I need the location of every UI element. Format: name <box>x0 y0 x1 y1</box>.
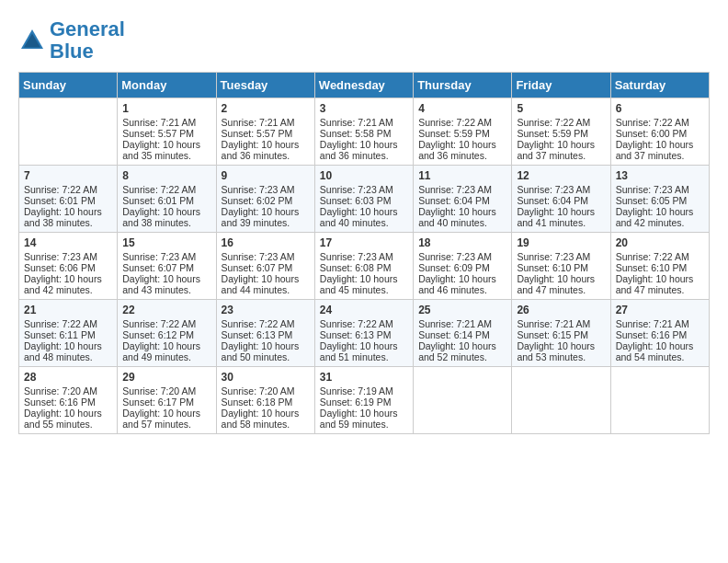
daylight-text: Daylight: 10 hours and 52 minutes. <box>418 340 496 362</box>
day-number: 13 <box>616 169 704 182</box>
daylight-text: Daylight: 10 hours and 42 minutes. <box>24 273 102 295</box>
daylight-text: Daylight: 10 hours and 36 minutes. <box>320 139 398 161</box>
day-of-week-header: Saturday <box>610 73 709 98</box>
calendar-cell: 3Sunrise: 7:21 AMSunset: 5:58 PMDaylight… <box>314 98 413 166</box>
day-number: 26 <box>517 304 605 316</box>
calendar-cell <box>512 367 610 434</box>
sunset-text: Sunset: 6:07 PM <box>222 262 293 273</box>
day-number: 23 <box>222 304 310 316</box>
sunrise-text: Sunrise: 7:23 AM <box>418 251 492 262</box>
sunset-text: Sunset: 6:19 PM <box>320 396 392 408</box>
daylight-text: Daylight: 10 hours and 42 minutes. <box>616 206 694 228</box>
daylight-text: Daylight: 10 hours and 36 minutes. <box>418 139 496 161</box>
sunset-text: Sunset: 6:01 PM <box>24 195 96 206</box>
day-number: 29 <box>122 371 210 384</box>
sunrise-text: Sunrise: 7:22 AM <box>122 184 196 195</box>
day-of-week-header: Friday <box>512 73 610 98</box>
calendar-week-row: 28Sunrise: 7:20 AMSunset: 6:16 PMDayligh… <box>19 367 710 434</box>
day-number: 4 <box>418 102 506 115</box>
sunset-text: Sunset: 5:57 PM <box>122 128 194 139</box>
calendar-cell: 31Sunrise: 7:19 AMSunset: 6:19 PMDayligh… <box>314 367 413 434</box>
calendar-cell: 30Sunrise: 7:20 AMSunset: 6:18 PMDayligh… <box>216 367 314 434</box>
day-number: 11 <box>418 169 506 182</box>
sunrise-text: Sunrise: 7:23 AM <box>320 251 393 262</box>
calendar-cell: 7Sunrise: 7:22 AMSunset: 6:01 PMDaylight… <box>19 166 118 233</box>
day-of-week-header: Thursday <box>414 73 512 98</box>
sunrise-text: Sunrise: 7:19 AM <box>320 385 393 396</box>
sunset-text: Sunset: 6:13 PM <box>222 329 293 340</box>
sunrise-text: Sunrise: 7:22 AM <box>222 318 295 329</box>
sunrise-text: Sunrise: 7:22 AM <box>616 117 689 128</box>
daylight-text: Daylight: 10 hours and 54 minutes. <box>616 340 694 362</box>
daylight-text: Daylight: 10 hours and 37 minutes. <box>616 139 694 161</box>
calendar-week-row: 21Sunrise: 7:22 AMSunset: 6:11 PMDayligh… <box>19 300 710 367</box>
calendar-cell: 28Sunrise: 7:20 AMSunset: 6:16 PMDayligh… <box>19 367 118 434</box>
calendar-cell: 18Sunrise: 7:23 AMSunset: 6:09 PMDayligh… <box>414 233 512 300</box>
calendar-cell: 24Sunrise: 7:22 AMSunset: 6:13 PMDayligh… <box>314 300 413 367</box>
sunrise-text: Sunrise: 7:23 AM <box>616 184 689 195</box>
daylight-text: Daylight: 10 hours and 55 minutes. <box>24 408 102 430</box>
sunrise-text: Sunrise: 7:22 AM <box>616 251 689 262</box>
calendar-week-row: 14Sunrise: 7:23 AMSunset: 6:06 PMDayligh… <box>19 233 710 300</box>
day-of-week-header: Wednesday <box>314 73 413 98</box>
day-number: 20 <box>616 236 704 249</box>
calendar-cell <box>414 367 512 434</box>
day-number: 5 <box>517 102 605 115</box>
sunset-text: Sunset: 6:16 PM <box>24 396 96 408</box>
day-number: 9 <box>222 169 310 182</box>
sunset-text: Sunset: 6:11 PM <box>24 329 96 340</box>
daylight-text: Daylight: 10 hours and 44 minutes. <box>222 273 300 295</box>
daylight-text: Daylight: 10 hours and 45 minutes. <box>320 273 398 295</box>
logo-icon <box>18 27 46 54</box>
sunset-text: Sunset: 6:17 PM <box>122 396 194 408</box>
sunrise-text: Sunrise: 7:20 AM <box>24 385 97 396</box>
day-number: 21 <box>24 304 112 316</box>
day-number: 2 <box>222 102 310 115</box>
calendar-cell: 8Sunrise: 7:22 AMSunset: 6:01 PMDaylight… <box>118 166 216 233</box>
calendar-cell: 19Sunrise: 7:23 AMSunset: 6:10 PMDayligh… <box>512 233 610 300</box>
sunset-text: Sunset: 6:10 PM <box>616 262 688 273</box>
sunrise-text: Sunrise: 7:23 AM <box>517 251 590 262</box>
logo-text: General Blue <box>50 18 125 63</box>
day-of-week-header: Sunday <box>19 73 118 98</box>
day-number: 3 <box>320 102 408 115</box>
sunrise-text: Sunrise: 7:21 AM <box>222 117 295 128</box>
sunset-text: Sunset: 5:58 PM <box>320 128 392 139</box>
calendar-cell: 6Sunrise: 7:22 AMSunset: 6:00 PMDaylight… <box>610 98 709 166</box>
calendar-cell: 11Sunrise: 7:23 AMSunset: 6:04 PMDayligh… <box>414 166 512 233</box>
calendar-cell: 27Sunrise: 7:21 AMSunset: 6:16 PMDayligh… <box>610 300 709 367</box>
calendar-cell: 29Sunrise: 7:20 AMSunset: 6:17 PMDayligh… <box>118 367 216 434</box>
calendar-cell: 5Sunrise: 7:22 AMSunset: 5:59 PMDaylight… <box>512 98 610 166</box>
day-of-week-header: Monday <box>118 73 216 98</box>
sunset-text: Sunset: 6:03 PM <box>320 195 392 206</box>
day-number: 14 <box>24 236 112 249</box>
sunrise-text: Sunrise: 7:22 AM <box>24 318 97 329</box>
daylight-text: Daylight: 10 hours and 35 minutes. <box>122 139 200 161</box>
sunrise-text: Sunrise: 7:21 AM <box>122 117 196 128</box>
daylight-text: Daylight: 10 hours and 38 minutes. <box>24 206 102 228</box>
sunrise-text: Sunrise: 7:20 AM <box>122 385 196 396</box>
daylight-text: Daylight: 10 hours and 53 minutes. <box>517 340 595 362</box>
calendar-cell: 17Sunrise: 7:23 AMSunset: 6:08 PMDayligh… <box>314 233 413 300</box>
sunrise-text: Sunrise: 7:21 AM <box>418 318 492 329</box>
day-number: 27 <box>616 304 704 316</box>
sunset-text: Sunset: 6:01 PM <box>122 195 194 206</box>
calendar-cell: 26Sunrise: 7:21 AMSunset: 6:15 PMDayligh… <box>512 300 610 367</box>
calendar-cell: 1Sunrise: 7:21 AMSunset: 5:57 PMDaylight… <box>118 98 216 166</box>
calendar-cell: 15Sunrise: 7:23 AMSunset: 6:07 PMDayligh… <box>118 233 216 300</box>
calendar-body: 1Sunrise: 7:21 AMSunset: 5:57 PMDaylight… <box>19 98 710 434</box>
calendar-cell: 13Sunrise: 7:23 AMSunset: 6:05 PMDayligh… <box>610 166 709 233</box>
day-number: 28 <box>24 371 112 384</box>
daylight-text: Daylight: 10 hours and 51 minutes. <box>320 340 398 362</box>
sunrise-text: Sunrise: 7:20 AM <box>222 385 295 396</box>
daylight-text: Daylight: 10 hours and 40 minutes. <box>418 206 496 228</box>
sunrise-text: Sunrise: 7:21 AM <box>320 117 393 128</box>
logo: General Blue <box>18 18 125 63</box>
daylight-text: Daylight: 10 hours and 39 minutes. <box>222 206 300 228</box>
calendar-cell: 21Sunrise: 7:22 AMSunset: 6:11 PMDayligh… <box>19 300 118 367</box>
sunrise-text: Sunrise: 7:22 AM <box>24 184 97 195</box>
daylight-text: Daylight: 10 hours and 47 minutes. <box>616 273 694 295</box>
calendar-cell: 2Sunrise: 7:21 AMSunset: 5:57 PMDaylight… <box>216 98 314 166</box>
sunset-text: Sunset: 6:05 PM <box>616 195 688 206</box>
day-number: 7 <box>24 169 112 182</box>
